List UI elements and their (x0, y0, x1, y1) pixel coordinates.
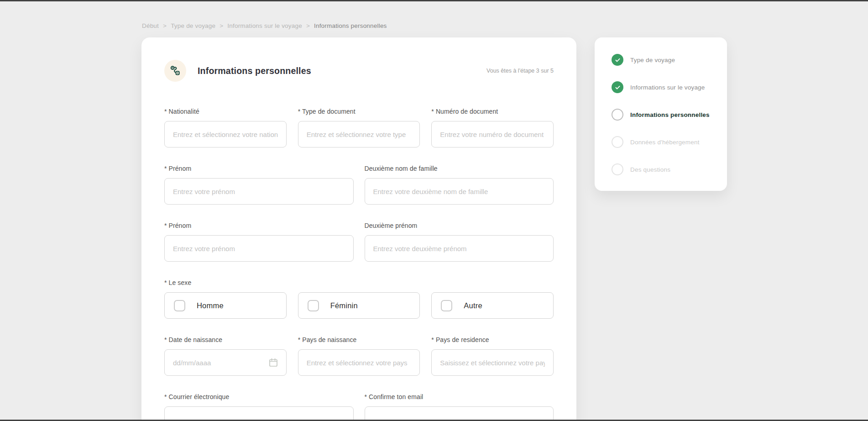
birth-date-input[interactable] (164, 349, 287, 376)
field-residence-country: * Pays de residence (431, 336, 554, 376)
sex-options: Homme Féminin Autre (164, 292, 554, 319)
second-family-name-input[interactable] (365, 178, 554, 205)
homme-checkbox[interactable] (174, 300, 185, 311)
first-name-label: * Prénom (164, 165, 354, 172)
step-label: Données d'hébergement (630, 139, 700, 146)
autre-label: Autre (464, 301, 482, 310)
second-family-name-label: Deuxième nom de famille (365, 165, 554, 172)
document-type-input[interactable] (298, 121, 420, 147)
breadcrumb-separator: > (220, 22, 223, 29)
breadcrumb-item-informations-voyage[interactable]: Informations sur le voyage (227, 22, 302, 29)
field-middle-name: Deuxième prénom (365, 222, 554, 262)
form-row-names-2: * Prénom Deuxième prénom (164, 222, 554, 262)
field-document-type: * Type de document (298, 108, 420, 147)
step-informations-personnelles[interactable]: Informations personnelles (612, 109, 727, 121)
first-name-2-label: * Prénom (164, 222, 354, 229)
check-icon (612, 54, 623, 66)
personal-info-form-card: Informations personnelles Vous êtes à l'… (141, 37, 576, 421)
residence-country-input[interactable] (431, 349, 554, 376)
birth-country-label: * Pays de naissance (298, 336, 420, 343)
step-des-questions: Des questions (612, 163, 727, 175)
feminin-label: Féminin (330, 301, 358, 310)
email-label: * Courrier électronique (164, 393, 354, 400)
autre-checkbox[interactable] (441, 300, 452, 311)
field-birth-country: * Pays de naissance (298, 336, 420, 376)
nationality-label: * Nationalité (164, 108, 287, 115)
breadcrumb-item-debut[interactable]: Début (142, 22, 159, 29)
field-second-family-name: Deuxième nom de famille (365, 165, 554, 205)
breadcrumb-item-informations-personnelles: Informations personnelles (314, 22, 387, 29)
step-label: Informations sur le voyage (630, 84, 705, 91)
field-document-number: * Numéro de document (431, 108, 554, 147)
breadcrumb-separator: > (163, 22, 167, 29)
current-step-circle-icon (612, 109, 623, 121)
route-icon (164, 60, 186, 82)
email-confirm-input[interactable] (365, 406, 554, 421)
field-nationality: * Nationalité (164, 108, 287, 147)
middle-name-input[interactable] (365, 235, 554, 262)
sex-option-homme[interactable]: Homme (164, 292, 287, 319)
window-top-edge (0, 0, 868, 1)
pending-step-circle-icon (612, 136, 623, 148)
breadcrumb-separator: > (306, 22, 310, 29)
feminin-checkbox[interactable] (308, 300, 319, 311)
email-input[interactable] (164, 406, 354, 421)
step-type-de-voyage[interactable]: Type de voyage (612, 54, 727, 66)
step-label: Des questions (630, 166, 670, 173)
step-informations-voyage[interactable]: Informations sur le voyage (612, 81, 727, 93)
residence-country-label: * Pays de residence (431, 336, 554, 343)
field-email: * Courrier électronique (164, 393, 354, 421)
field-email-confirm: * Confirme ton email (365, 393, 554, 421)
sex-option-feminin[interactable]: Féminin (298, 292, 420, 319)
first-name-input[interactable] (164, 178, 354, 205)
sex-option-autre[interactable]: Autre (431, 292, 554, 319)
first-name-2-input[interactable] (164, 235, 354, 262)
form-header: Informations personnelles Vous êtes à l'… (164, 60, 554, 82)
step-label: Type de voyage (630, 57, 675, 63)
birth-country-input[interactable] (298, 349, 420, 376)
nationality-input[interactable] (164, 121, 287, 147)
middle-name-label: Deuxième prénom (365, 222, 554, 229)
email-confirm-label: * Confirme ton email (365, 393, 554, 400)
document-number-label: * Numéro de document (431, 108, 554, 115)
pending-step-circle-icon (612, 163, 623, 175)
homme-label: Homme (197, 301, 224, 310)
field-first-name: * Prénom (164, 165, 354, 205)
progress-steps-card: Type de voyage Informations sur le voyag… (595, 37, 727, 191)
step-progress-text: Vous êtes à l'étape 3 sur 5 (486, 68, 554, 74)
sex-label: * Le sexe (164, 279, 554, 286)
document-type-label: * Type de document (298, 108, 420, 115)
form-row-birth: * Date de naissance * Pays de naissance … (164, 336, 554, 376)
form-row-email: * Courrier électronique * Confirme ton e… (164, 393, 554, 421)
breadcrumb-item-type-de-voyage[interactable]: Type de voyage (171, 22, 215, 29)
document-number-input[interactable] (431, 121, 554, 147)
page-title: Informations personnelles (198, 66, 311, 76)
check-icon (612, 81, 623, 93)
form-row-names-1: * Prénom Deuxième nom de famille (164, 165, 554, 205)
field-first-name-2: * Prénom (164, 222, 354, 262)
step-label: Informations personnelles (630, 111, 710, 118)
step-donnees-hebergement: Données d'hébergement (612, 136, 727, 148)
field-birth-date: * Date de naissance (164, 336, 287, 376)
birth-date-label: * Date de naissance (164, 336, 287, 343)
form-row-documents: * Nationalité * Type de document * Numér… (164, 108, 554, 147)
breadcrumb: Début > Type de voyage > Informations su… (142, 22, 387, 29)
form-row-sex: * Le sexe Homme Féminin Autre (164, 279, 554, 319)
